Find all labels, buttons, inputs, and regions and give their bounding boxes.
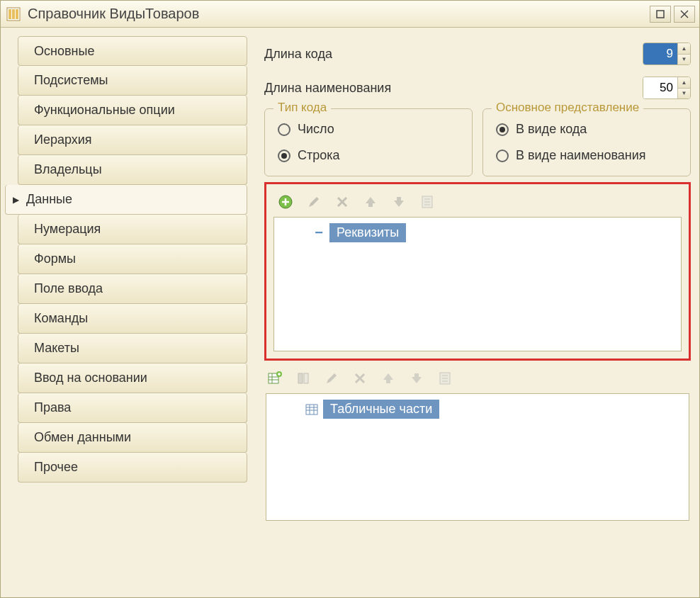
edit-button[interactable] — [305, 193, 323, 211]
window-title: Справочник ВидыТоваров — [28, 6, 650, 22]
radio-number[interactable]: Число — [278, 122, 462, 137]
app-icon — [5, 6, 22, 23]
sidebar-item-data-exchange[interactable]: Обмен данными — [18, 423, 247, 453]
titlebar: Справочник ВидыТоваров — [1, 1, 699, 28]
move-up-button[interactable] — [379, 369, 397, 388]
spinner-up-icon[interactable]: ▲ — [678, 43, 690, 55]
code-length-row: Длина кода ▲ ▼ — [264, 40, 691, 67]
main-presentation-fieldset: Основное представление В виде кода В вид… — [482, 108, 691, 176]
maximize-button[interactable] — [650, 6, 671, 23]
sidebar-item-label: Основные — [34, 44, 94, 59]
sidebar-item-label: Прочее — [34, 460, 78, 475]
radio-as-name[interactable]: В виде наименования — [496, 148, 680, 163]
collapse-icon[interactable]: − — [312, 225, 325, 241]
table-icon — [305, 403, 319, 416]
sidebar-item-other[interactable]: Прочее — [18, 453, 247, 483]
move-down-button[interactable] — [390, 193, 408, 211]
move-down-button[interactable] — [407, 369, 426, 388]
radio-label: В виде наименования — [516, 148, 646, 163]
sidebar-item-label: Иерархия — [34, 132, 92, 147]
radio-icon — [496, 123, 509, 136]
attributes-tree[interactable]: − Реквизиты — [273, 217, 682, 351]
add-button[interactable] — [276, 193, 295, 211]
tabular-panel: Табличные части — [264, 366, 691, 521]
sidebar-item-hierarchy[interactable]: Иерархия — [18, 125, 247, 155]
properties-button[interactable] — [436, 369, 454, 388]
radio-icon — [278, 150, 290, 162]
sidebar-item-forms[interactable]: Формы — [18, 244, 247, 274]
spinner-down-icon[interactable]: ▼ — [678, 55, 690, 65]
spinner-up-icon[interactable]: ▲ — [678, 77, 690, 89]
add-column-button[interactable] — [294, 369, 312, 388]
sidebar-item-owners[interactable]: Владельцы — [18, 155, 247, 185]
content: Длина кода ▲ ▼ Длина наименования ▲ ▼ — [247, 36, 692, 590]
delete-button[interactable] — [351, 369, 369, 388]
sidebar-item-subsystems[interactable]: Подсистемы — [18, 66, 247, 96]
radio-icon — [496, 150, 509, 162]
sidebar-item-input-on-basis[interactable]: Ввод на основании — [18, 363, 247, 393]
sidebar-item-label: Данные — [26, 192, 72, 207]
window: Справочник ВидыТоваров Основные Подсисте… — [0, 0, 700, 598]
name-length-row: Длина наименования ▲ ▼ — [264, 74, 691, 101]
radio-as-code[interactable]: В виде кода — [496, 122, 680, 137]
code-type-legend: Тип кода — [273, 101, 331, 115]
tabular-toolbar — [266, 366, 689, 393]
svg-rect-4 — [657, 11, 664, 18]
tabular-tree[interactable]: Табличные части — [266, 393, 689, 521]
move-up-button[interactable] — [361, 193, 380, 211]
spinner-down-icon[interactable]: ▼ — [678, 89, 690, 99]
tree-row[interactable]: Табличные части — [272, 398, 683, 420]
radio-label: Число — [298, 122, 334, 137]
radio-label: В виде кода — [516, 122, 587, 137]
properties-button[interactable] — [418, 193, 436, 211]
sidebar-item-label: Права — [34, 400, 71, 415]
edit-button[interactable] — [322, 369, 341, 388]
code-length-label: Длина кода — [264, 47, 643, 62]
sidebar-item-label: Функциональные опции — [34, 103, 175, 118]
sidebar-item-label: Подсистемы — [34, 73, 108, 88]
window-controls — [650, 6, 695, 23]
radio-string[interactable]: Строка — [278, 148, 462, 163]
name-length-input[interactable] — [643, 77, 677, 98]
sidebar-item-main[interactable]: Основные — [18, 36, 247, 66]
attributes-panel-highlight: − Реквизиты — [264, 182, 691, 361]
add-table-button[interactable] — [266, 369, 284, 388]
sidebar-item-rights[interactable]: Права — [18, 393, 247, 423]
sidebar-item-templates[interactable]: Макеты — [18, 334, 247, 363]
delete-button[interactable] — [333, 193, 351, 211]
code-length-input[interactable] — [643, 43, 677, 64]
sidebar-item-label: Макеты — [34, 341, 79, 356]
name-length-label: Длина наименования — [264, 81, 643, 96]
main-presentation-legend: Основное представление — [492, 101, 643, 115]
sidebar-item-numbering[interactable]: Нумерация — [18, 215, 247, 244]
radio-icon — [278, 123, 290, 136]
svg-rect-31 — [306, 405, 317, 414]
tree-row[interactable]: − Реквизиты — [280, 222, 675, 244]
sidebar-item-functional-options[interactable]: Функциональные опции — [18, 96, 247, 125]
sidebar-item-label: Нумерация — [34, 222, 101, 237]
sidebar-item-label: Владельцы — [34, 162, 102, 177]
code-type-fieldset: Тип кода Число Строка — [264, 108, 473, 176]
sidebar-item-commands[interactable]: Команды — [18, 304, 247, 334]
attributes-toolbar — [273, 190, 682, 217]
close-button[interactable] — [674, 6, 695, 23]
svg-rect-3 — [16, 9, 18, 19]
sidebar-item-label: Обмен данными — [34, 430, 131, 445]
tree-root-label: Табличные части — [323, 400, 439, 419]
tree-root-label: Реквизиты — [329, 223, 406, 242]
sidebar-item-label: Формы — [34, 252, 76, 266]
svg-rect-24 — [304, 373, 308, 383]
window-body: Основные Подсистемы Функциональные опции… — [1, 28, 699, 597]
sidebar-item-input-field[interactable]: Поле ввода — [18, 274, 247, 304]
sidebar-item-label: Команды — [34, 311, 88, 326]
name-length-spinner[interactable]: ▲ ▼ — [643, 77, 691, 99]
svg-rect-2 — [12, 9, 15, 19]
sidebar-item-label: Поле ввода — [34, 281, 103, 296]
svg-rect-1 — [9, 9, 11, 19]
sidebar-item-data[interactable]: Данные — [5, 185, 247, 215]
svg-rect-23 — [298, 373, 303, 383]
radio-label: Строка — [298, 148, 340, 163]
code-length-spinner[interactable]: ▲ ▼ — [643, 43, 691, 65]
sidebar: Основные Подсистемы Функциональные опции… — [18, 36, 247, 590]
sidebar-item-label: Ввод на основании — [34, 371, 147, 385]
